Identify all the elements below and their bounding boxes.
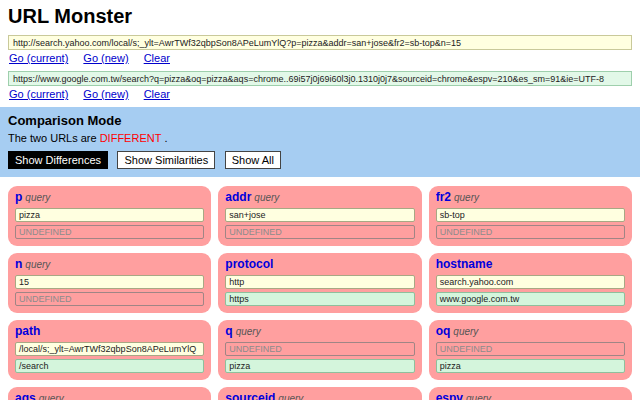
card-value-url2[interactable]: pizza	[436, 359, 625, 373]
card-value-url2[interactable]: /search	[15, 359, 204, 373]
cards-grid: pquery pizza UNDEFINED addrquery san+jos…	[8, 186, 632, 400]
param-card: addrquery san+jose UNDEFINED	[218, 186, 421, 246]
card-value-url2[interactable]: UNDEFINED	[15, 292, 204, 306]
card-param-kind: query	[454, 192, 479, 203]
param-card: pquery pizza UNDEFINED	[8, 186, 211, 246]
card-param-kind: query	[453, 326, 478, 337]
page: URL Monster Go (current) Go (new) Clear …	[0, 5, 640, 400]
url1-links: Go (current) Go (new) Clear	[9, 52, 640, 64]
card-value-url1[interactable]: sb-top	[436, 208, 625, 222]
card-param-kind: query	[278, 393, 303, 400]
param-card: oqquery UNDEFINED pizza	[429, 320, 632, 380]
card-value-url2[interactable]: UNDEFINED	[225, 225, 414, 239]
card-value-url2[interactable]: https	[225, 292, 414, 306]
card-value-url2[interactable]: pizza	[225, 359, 414, 373]
show-differences-button[interactable]: Show Differences	[8, 151, 108, 169]
url2-go-new-link[interactable]: Go (new)	[83, 88, 128, 100]
card-param-kind: query	[254, 192, 279, 203]
comparison-status: The two URLs areDIFFERENT.	[8, 132, 632, 144]
comparison-mode-buttons: Show Differences Show Similarities Show …	[8, 150, 632, 169]
url1-input[interactable]	[8, 35, 632, 50]
card-param-name: n	[15, 257, 22, 271]
card-value-url2[interactable]: UNDEFINED	[436, 225, 625, 239]
param-card: qquery UNDEFINED pizza	[218, 320, 421, 380]
card-param-name: sourceid	[225, 391, 275, 400]
status-prefix: The two URLs are	[8, 132, 97, 144]
url2-clear-link[interactable]: Clear	[144, 88, 170, 100]
status-different: DIFFERENT	[100, 132, 162, 144]
param-card: sourceidquery UNDEFINED chrome	[218, 387, 421, 400]
url1-go-current-link[interactable]: Go (current)	[9, 52, 68, 64]
card-value-url1[interactable]: pizza	[15, 208, 204, 222]
comparison-title: Comparison Mode	[8, 113, 632, 128]
show-all-button[interactable]: Show All	[225, 151, 281, 169]
show-similarities-button[interactable]: Show Similarities	[117, 151, 215, 169]
card-param-name: aqs	[15, 391, 36, 400]
card-param-name: q	[225, 324, 232, 338]
param-card: fr2query sb-top UNDEFINED	[429, 186, 632, 246]
url2-input[interactable]	[8, 71, 632, 86]
card-value-url1[interactable]: 15	[15, 275, 204, 289]
url1-clear-link[interactable]: Clear	[144, 52, 170, 64]
card-value-url1[interactable]: /local/s;_ylt=AwrTWf32qbpSon8APeLumYlQ	[15, 342, 204, 356]
status-suffix: .	[164, 132, 167, 144]
param-card: espvquery UNDEFINED 210	[429, 387, 632, 400]
card-value-url1[interactable]: san+jose	[225, 208, 414, 222]
url2-links: Go (current) Go (new) Clear	[9, 88, 640, 100]
card-param-name: oq	[436, 324, 451, 338]
card-param-kind: query	[466, 393, 491, 400]
card-value-url1[interactable]: http	[225, 275, 414, 289]
param-card: nquery 15 UNDEFINED	[8, 253, 211, 313]
card-param-name: fr2	[436, 190, 451, 204]
card-param-kind: query	[236, 326, 261, 337]
card-param-name: addr	[225, 190, 251, 204]
param-card: aqsquery UNDEFINED chrome..69i57j0j69i60…	[8, 387, 211, 400]
url2-go-current-link[interactable]: Go (current)	[9, 88, 68, 100]
card-param-kind: query	[25, 192, 50, 203]
card-value-url1[interactable]: UNDEFINED	[436, 342, 625, 356]
card-param-kind: query	[39, 393, 64, 400]
url1-go-new-link[interactable]: Go (new)	[83, 52, 128, 64]
card-value-url2[interactable]: www.google.com.tw	[436, 292, 625, 306]
card-param-name: protocol	[225, 257, 273, 271]
card-value-url2[interactable]: UNDEFINED	[15, 225, 204, 239]
card-value-url1[interactable]: UNDEFINED	[225, 342, 414, 356]
param-card: hostname search.yahoo.com www.google.com…	[429, 253, 632, 313]
param-card: protocol http https	[218, 253, 421, 313]
comparison-panel: Comparison Mode The two URLs areDIFFEREN…	[0, 107, 640, 177]
param-card: path /local/s;_ylt=AwrTWf32qbpSon8APeLum…	[8, 320, 211, 380]
card-param-name: p	[15, 190, 22, 204]
card-param-kind: query	[25, 259, 50, 270]
card-value-url1[interactable]: search.yahoo.com	[436, 275, 625, 289]
page-title: URL Monster	[8, 5, 640, 28]
card-param-name: espv	[436, 391, 463, 400]
card-param-name: path	[15, 324, 40, 338]
card-param-name: hostname	[436, 257, 493, 271]
